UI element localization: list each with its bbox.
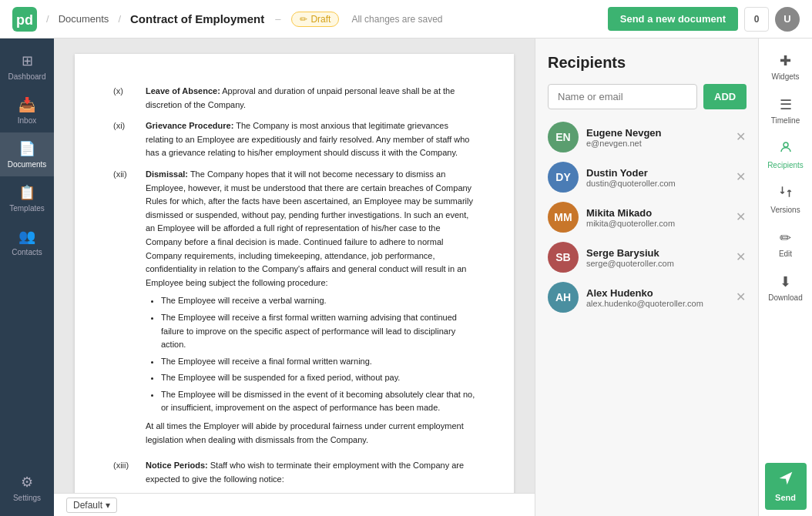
recipient-avatar-1: DY [548,162,579,193]
sidebar-item-settings[interactable]: ⚙ Settings [0,466,54,510]
bullet-2: The Employee will receive a first formal… [161,311,475,352]
section-xii-content: Dismissal: The Company hopes that it wil… [146,168,475,451]
recipient-card-2: MM Mikita Mikado mikita@quoteroller.com … [548,202,746,233]
recipient-search-input[interactable] [548,84,697,109]
document-area: (x) Leave of Absence: Approval and durat… [54,39,535,516]
recipient-avatar-2: MM [548,202,579,233]
send-label: Send [775,493,796,502]
recipient-name-1: Dustin Yoder [586,167,728,179]
notification-badge[interactable]: 0 [744,7,769,32]
templates-icon: 📋 [18,184,35,201]
section-x-num: (x) [113,85,136,112]
recipient-email-1: dustin@quoteroller.com [586,179,728,188]
section-xii-heading: Dismissal: [146,169,188,179]
section-xii-after: At all times the Employer will abide by … [146,420,475,447]
edit-label: Edit [779,250,792,258]
sidebar-item-templates[interactable]: 📋 Templates [0,176,54,220]
document-title: Contract of Employment [130,12,264,25]
sidebar-item-contacts[interactable]: 👥 Contacts [0,220,54,264]
section-x-content: Leave of Absence: Approval and duration … [146,85,475,112]
timeline-label: Timeline [771,116,800,125]
draft-label: Draft [310,14,331,25]
pencil-icon: ✏ [300,14,307,25]
timeline-icon: ☰ [780,96,792,113]
section-xii-bullets: The Employee will receive a verbal warni… [161,294,475,415]
section-xi-content: Grievance Procedure: The Company is most… [146,119,475,160]
bullet-5: The Employee will be dismissed in the ev… [161,388,475,415]
main-layout: ⊞ Dashboard 📥 Inbox 📄 Documents 📋 Templa… [0,39,812,516]
recipient-info-3: Serge Barysiuk serge@quoteroller.com [586,247,728,268]
recipient-info-2: Mikita Mikado mikita@quoteroller.com [586,207,728,228]
recipient-remove-0[interactable]: ✕ [736,131,746,143]
draft-badge: ✏ Draft [291,12,339,27]
recipient-input-row: ADD [548,84,746,109]
recipients-panel: Recipients ADD EN Eugene Nevgen e@nevgen… [535,39,758,516]
right-icon-edit[interactable]: ✏ Edit [759,222,812,266]
documents-icon: 📄 [18,140,35,157]
recipient-avatar-0: EN [548,122,579,152]
recipient-card-3: SB Serge Barysiuk serge@quoteroller.com … [548,242,746,273]
recipient-info-0: Eugene Nevgen e@nevgen.net [586,127,728,148]
save-status: All changes are saved [351,14,442,25]
dashboard-icon: ⊞ [22,52,33,69]
recipient-remove-3[interactable]: ✕ [736,251,746,263]
section-x-heading: Leave of Absence: [146,86,220,95]
widgets-label: Widgets [771,72,799,81]
recipient-name-3: Serge Barysiuk [586,247,728,259]
dropdown-icon: ▾ [106,500,110,511]
app-logo: pd [12,7,37,32]
versions-icon [779,185,793,203]
right-icon-download[interactable]: ⬇ Download [759,266,812,310]
right-icon-versions[interactable]: Versions [759,177,812,222]
recipient-email-3: serge@quoteroller.com [586,259,728,268]
sidebar-label-dashboard: Dashboard [8,72,46,81]
recipient-email-0: e@nevgen.net [586,139,728,148]
recipient-remove-1[interactable]: ✕ [736,171,746,183]
send-button[interactable]: Send [765,463,807,510]
edit-icon: ✏ [780,230,791,246]
breadcrumb-sep-2: / [118,13,121,25]
send-new-document-button[interactable]: Send a new document [608,7,738,31]
add-recipient-button[interactable]: ADD [703,84,747,109]
recipient-name-2: Mikita Mikado [586,207,728,219]
breadcrumb-documents[interactable]: Documents [59,13,109,25]
recipient-name-0: Eugene Nevgen [586,127,728,139]
recipient-avatar-4: AH [548,282,579,313]
bullet-4: The Employee will be suspended for a fix… [161,371,475,385]
section-xii: (xii) Dismissal: The Company hopes that … [113,168,475,451]
recipient-info-4: Alex Hudenko alex.hudenko@quoteroller.co… [586,287,728,308]
user-avatar[interactable]: U [775,7,800,32]
recipient-card-0: EN Eugene Nevgen e@nevgen.net ✕ [548,122,746,152]
sidebar-label-settings: Settings [13,494,41,502]
recipient-name-4: Alex Hudenko [586,287,728,299]
recipient-info-1: Dustin Yoder dustin@quoteroller.com [586,167,728,188]
right-icon-strip: ✚ Widgets ☰ Timeline Recipients [758,39,812,516]
recipient-email-4: alex.hudenko@quoteroller.com [586,299,728,308]
breadcrumb-sep-1: / [46,13,49,25]
sidebar: ⊞ Dashboard 📥 Inbox 📄 Documents 📋 Templa… [0,39,54,516]
recipient-card-1: DY Dustin Yoder dustin@quoteroller.com ✕ [548,162,746,193]
recipient-email-2: mikita@quoteroller.com [586,219,728,228]
sidebar-item-dashboard[interactable]: ⊞ Dashboard [0,45,54,89]
sidebar-label-contacts: Contacts [12,248,42,256]
title-dash: – [275,13,280,25]
right-icon-recipients[interactable]: Recipients [759,132,812,177]
sidebar-item-inbox[interactable]: 📥 Inbox [0,89,54,132]
sidebar-item-documents[interactable]: 📄 Documents [0,132,54,176]
topbar: pd / Documents / Contract of Employment … [0,0,812,39]
page-style-dropdown[interactable]: Default ▾ [66,498,117,513]
sidebar-label-inbox: Inbox [18,116,36,125]
recipient-remove-2[interactable]: ✕ [736,211,746,223]
download-label: Download [768,293,802,302]
section-xii-num: (xii) [113,168,136,451]
bullet-3: The Employee will receive a final formal… [161,355,475,369]
download-icon: ⬇ [780,273,791,290]
section-x: (x) Leave of Absence: Approval and durat… [113,85,475,112]
section-xi-heading: Grievance Procedure: [146,121,233,130]
document-page: (x) Leave of Absence: Approval and durat… [75,54,514,516]
right-icon-timeline[interactable]: ☰ Timeline [759,89,812,132]
bullet-1: The Employee will receive a verbal warni… [161,294,475,308]
recipient-remove-4[interactable]: ✕ [736,291,746,303]
send-icon [778,471,794,490]
right-icon-widgets[interactable]: ✚ Widgets [759,45,812,89]
